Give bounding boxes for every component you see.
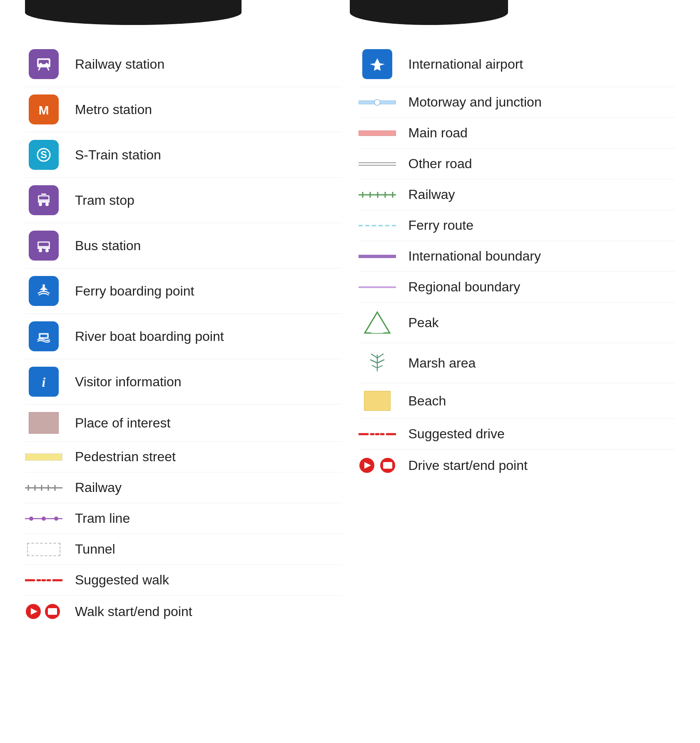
svg-point-19 — [39, 249, 42, 252]
pedestrian-street-icon — [25, 453, 62, 461]
motorway-label: Motorway and junction — [409, 94, 542, 110]
tram-stop-icon — [25, 185, 62, 215]
svg-line-63 — [370, 360, 377, 363]
legend-item-tram-stop: Tram stop — [25, 178, 342, 223]
svg-text:i: i — [42, 375, 46, 390]
banner-left — [25, 0, 242, 25]
river-boat-label: River boat boarding point — [75, 329, 224, 344]
main-content: Railway station M Metro station S — [0, 33, 700, 644]
legend-item-suggested-walk: Suggested walk — [25, 565, 342, 596]
svg-point-14 — [45, 203, 49, 206]
place-of-interest-label: Place of interest — [75, 415, 170, 431]
railway-line-icon — [25, 484, 62, 492]
main-road-icon — [359, 129, 396, 137]
railway-station-label: Railway station — [75, 57, 164, 72]
river-boat-icon — [25, 321, 62, 351]
legend-item-peak: Peak — [359, 303, 675, 343]
legend-item-bus-station: Bus station — [25, 223, 342, 268]
svg-rect-15 — [41, 194, 46, 195]
legend-item-metro-station: M Metro station — [25, 87, 342, 132]
tram-line-icon — [25, 514, 62, 523]
bus-station-icon — [25, 231, 62, 261]
suggested-walk-icon — [25, 576, 62, 584]
legend-item-drive-start-end: Drive start/end point — [359, 450, 675, 481]
svg-point-5 — [40, 63, 42, 65]
ferry-route-icon — [359, 221, 396, 230]
tunnel-icon — [25, 543, 62, 556]
svg-rect-25 — [40, 335, 47, 337]
motorway-icon — [359, 97, 396, 107]
legend-item-ferry-boarding: Ferry boarding point — [25, 268, 342, 314]
svg-rect-73 — [383, 462, 392, 469]
left-column: Railway station M Metro station S — [25, 42, 342, 627]
railway-station-icon — [25, 49, 62, 79]
intl-airport-icon — [359, 49, 396, 79]
legend-item-regional-boundary: Regional boundary — [359, 272, 675, 303]
svg-line-65 — [372, 365, 377, 368]
legend-item-railway-right: Railway — [359, 179, 675, 210]
legend-item-railway-station: Railway station — [25, 42, 342, 87]
intl-boundary-icon — [359, 252, 396, 261]
beach-label: Beach — [409, 393, 446, 409]
legend-item-intl-airport: International airport — [359, 42, 675, 87]
railway-right-label: Railway — [409, 187, 455, 202]
place-of-interest-icon — [25, 412, 62, 434]
marsh-area-icon — [359, 350, 396, 375]
drive-start-end-icon — [359, 457, 396, 474]
legend-item-tunnel: Tunnel — [25, 534, 342, 565]
intl-boundary-label: International boundary — [409, 248, 541, 264]
svg-point-34 — [29, 517, 33, 521]
legend-item-main-road: Main road — [359, 118, 675, 149]
main-road-label: Main road — [409, 125, 468, 141]
metro-station-icon: M — [25, 94, 62, 124]
tram-stop-label: Tram stop — [75, 193, 135, 208]
svg-text:S: S — [40, 149, 47, 160]
other-road-label: Other road — [409, 156, 472, 171]
svg-point-20 — [45, 249, 49, 252]
svg-point-13 — [39, 203, 42, 206]
svg-rect-11 — [39, 196, 48, 199]
visitor-info-label: Visitor information — [75, 374, 182, 390]
svg-point-45 — [374, 99, 380, 105]
right-column: International airport Motorway and junct… — [359, 42, 675, 627]
svg-text:M: M — [39, 103, 49, 117]
ferry-route-label: Ferry route — [409, 218, 473, 233]
banner-right — [350, 0, 508, 25]
strain-station-icon: S — [25, 140, 62, 170]
svg-rect-12 — [38, 202, 50, 203]
legend-item-intl-boundary: International boundary — [359, 241, 675, 272]
svg-line-62 — [377, 354, 384, 358]
visitor-info-icon: i — [25, 367, 62, 397]
svg-line-64 — [377, 360, 384, 363]
legend-item-ferry-route: Ferry route — [359, 210, 675, 241]
svg-rect-17 — [39, 243, 49, 246]
svg-point-6 — [45, 63, 48, 65]
ferry-boarding-icon — [25, 276, 62, 306]
other-road-icon — [359, 160, 396, 168]
legend-item-suggested-drive: Suggested drive — [359, 419, 675, 450]
legend-item-tram-line: Tram line — [25, 503, 342, 534]
legend-item-other-road: Other road — [359, 149, 675, 179]
legend-item-motorway: Motorway and junction — [359, 87, 675, 118]
svg-point-36 — [54, 517, 58, 521]
peak-label: Peak — [409, 315, 439, 330]
peak-icon — [359, 310, 396, 335]
svg-rect-21 — [42, 248, 43, 250]
railway-line-label: Railway — [75, 480, 122, 495]
metro-station-label: Metro station — [75, 102, 152, 117]
legend-item-strain-station: S S-Train station — [25, 132, 342, 178]
legend-item-pedestrian-street: Pedestrian street — [25, 442, 342, 472]
legend-item-place-of-interest: Place of interest — [25, 405, 342, 442]
tram-line-label: Tram line — [75, 511, 130, 526]
suggested-drive-label: Suggested drive — [409, 426, 505, 442]
legend-item-railway-line: Railway — [25, 472, 342, 503]
legend-item-visitor-info: i Visitor information — [25, 359, 342, 405]
svg-rect-43 — [48, 608, 57, 615]
walk-start-end-icon — [25, 603, 62, 620]
legend-item-walk-start-end: Walk start/end point — [25, 596, 342, 627]
ferry-boarding-label: Ferry boarding point — [75, 283, 194, 299]
beach-icon — [359, 391, 396, 411]
railway-right-icon — [359, 191, 396, 199]
regional-boundary-label: Regional boundary — [409, 279, 521, 295]
legend-item-river-boat: River boat boarding point — [25, 314, 342, 359]
